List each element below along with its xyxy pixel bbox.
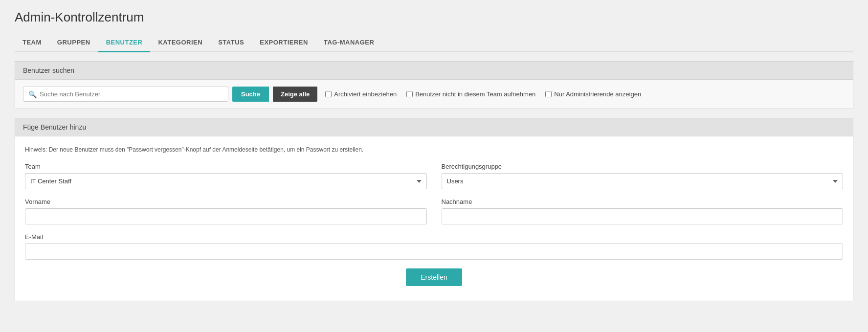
add-user-section: Hinweis: Der neue Benutzer muss den "Pas… xyxy=(15,136,853,301)
checkbox-group: Archiviert einbeziehen Benutzer nicht in… xyxy=(325,90,641,98)
search-icon: 🔍 xyxy=(28,90,37,98)
lastname-field: Nachname xyxy=(442,198,844,224)
email-row: E-Mail xyxy=(25,233,843,260)
permission-select[interactable]: Users xyxy=(442,173,844,189)
checkbox-not-in-team-label[interactable]: Benutzer nicht in diesem Team aufnehmen xyxy=(406,90,535,98)
page-container: Admin-Kontrollzentrum TEAM GRUPPEN BENUT… xyxy=(0,0,868,332)
email-field: E-Mail xyxy=(25,233,843,260)
tab-kategorien[interactable]: KATEGORIEN xyxy=(150,34,210,52)
search-button[interactable]: Suche xyxy=(232,87,269,102)
show-all-button[interactable]: Zeige alle xyxy=(273,87,317,102)
tab-benutzer[interactable]: BENUTZER xyxy=(98,34,151,52)
add-user-section-header: Füge Benutzer hinzu xyxy=(15,118,853,136)
create-button[interactable]: Erstellen xyxy=(406,268,462,286)
search-section-header: Benutzer suchen xyxy=(15,61,853,80)
btn-row: Erstellen xyxy=(25,268,843,286)
team-permission-row: Team IT Center Staff Berechtigungsgruppe… xyxy=(25,163,843,189)
checkbox-archived[interactable] xyxy=(325,91,332,97)
content-area: Benutzer suchen 🔍 Suche Zeige alle Archi… xyxy=(15,61,853,301)
tab-tag-manager[interactable]: TAG-MANAGER xyxy=(316,34,382,52)
tab-exportieren[interactable]: EXPORTIEREN xyxy=(252,34,316,52)
nav-tabs: TEAM GRUPPEN BENUTZER KATEGORIEN STATUS … xyxy=(15,34,853,52)
checkbox-only-admins[interactable] xyxy=(545,91,552,97)
email-input[interactable] xyxy=(25,243,843,260)
search-bar-container: 🔍 Suche Zeige alle Archiviert einbeziehe… xyxy=(15,80,853,109)
name-row: Vorname Nachname xyxy=(25,198,843,224)
email-label: E-Mail xyxy=(25,233,843,241)
team-label: Team xyxy=(25,163,427,170)
firstname-label: Vorname xyxy=(25,198,427,205)
firstname-input[interactable] xyxy=(25,208,427,224)
checkbox-not-in-team[interactable] xyxy=(406,91,413,97)
checkbox-archived-label[interactable]: Archiviert einbeziehen xyxy=(325,90,397,98)
lastname-label: Nachname xyxy=(442,198,844,205)
firstname-field: Vorname xyxy=(25,198,427,224)
team-select[interactable]: IT Center Staff xyxy=(25,173,427,189)
search-input[interactable] xyxy=(40,87,223,101)
search-input-wrapper: 🔍 xyxy=(23,87,228,102)
checkbox-only-admins-label[interactable]: Nur Administrierende anzeigen xyxy=(545,90,641,98)
tab-gruppen[interactable]: GRUPPEN xyxy=(49,34,98,52)
lastname-input[interactable] xyxy=(442,208,844,224)
tab-status[interactable]: STATUS xyxy=(210,34,252,52)
team-field: Team IT Center Staff xyxy=(25,163,427,189)
page-title: Admin-Kontrollzentrum xyxy=(15,10,853,25)
hint-text: Hinweis: Der neue Benutzer muss den "Pas… xyxy=(25,146,843,153)
permission-label: Berechtigungsgruppe xyxy=(442,163,844,170)
tab-team[interactable]: TEAM xyxy=(15,34,49,52)
permission-field: Berechtigungsgruppe Users xyxy=(442,163,844,189)
